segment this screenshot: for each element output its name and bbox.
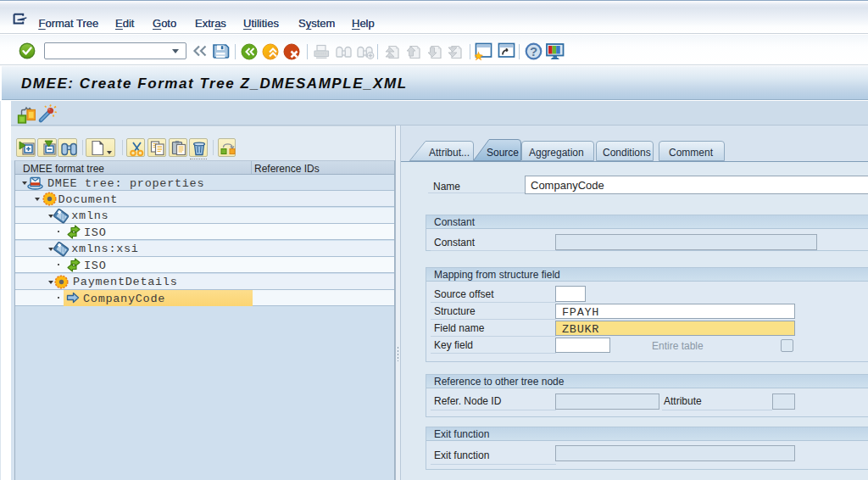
svg-text:Comment: Comment [669, 147, 714, 159]
svg-text:Attribut...: Attribut... [429, 147, 470, 159]
svg-text:?: ? [530, 44, 537, 59]
svg-text:Conditions: Conditions [603, 147, 651, 159]
svg-text:Source: Source [487, 147, 519, 159]
svg-text:Aggregation: Aggregation [529, 147, 584, 159]
